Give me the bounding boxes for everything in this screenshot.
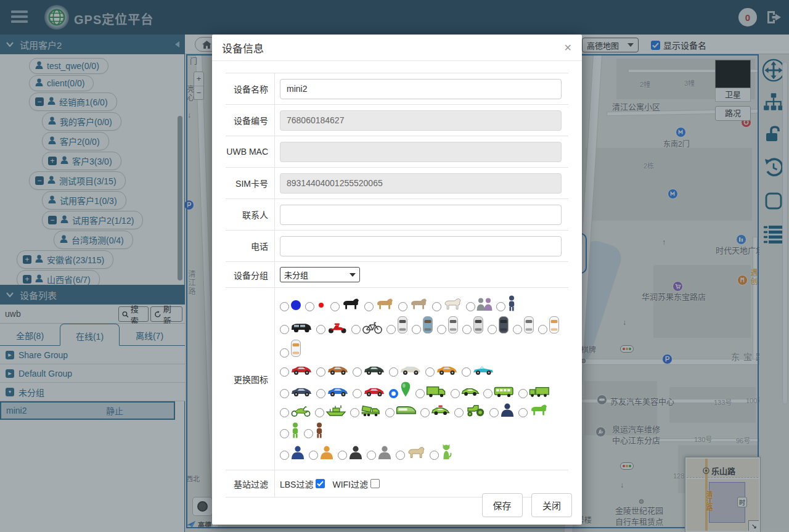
radio-checked-icon[interactable] [389, 389, 398, 398]
icon-option-cat[interactable] [430, 443, 453, 462]
radio-icon[interactable] [496, 302, 505, 311]
icon-option-quad[interactable] [396, 445, 427, 462]
save-button[interactable]: 保存 [482, 493, 523, 517]
icon-option-truck[interactable] [415, 383, 448, 401]
icon-option-car[interactable] [316, 362, 350, 379]
icon-option-bust[interactable] [280, 445, 306, 462]
radio-icon[interactable] [483, 389, 493, 398]
icon-option-kid[interactable] [280, 422, 301, 441]
radio-icon[interactable] [420, 408, 430, 417]
radio-icon[interactable] [280, 302, 289, 311]
icon-option-car[interactable] [389, 362, 422, 379]
icon-option-car[interactable] [280, 362, 313, 379]
icon-option-cartop[interactable] [412, 316, 434, 337]
radio-icon[interactable] [351, 325, 361, 334]
contact-field[interactable] [280, 205, 562, 225]
radio-icon[interactable] [412, 325, 421, 334]
radio-icon[interactable] [538, 325, 547, 334]
radio-icon[interactable] [518, 389, 528, 398]
icon-option-ball[interactable] [280, 299, 302, 314]
icon-option-bust[interactable] [367, 445, 393, 462]
radio-icon[interactable] [462, 367, 471, 377]
radio-icon[interactable] [454, 408, 464, 417]
radio-icon[interactable] [386, 325, 396, 334]
radio-icon[interactable] [488, 325, 497, 334]
radio-icon[interactable] [280, 451, 289, 460]
phone-field[interactable] [280, 236, 562, 256]
radio-icon[interactable] [280, 367, 289, 377]
radio-icon[interactable] [280, 389, 289, 398]
icon-option-bus[interactable] [483, 383, 515, 401]
icon-option-car[interactable] [353, 362, 386, 379]
radio-icon[interactable] [513, 325, 522, 334]
radio-icon[interactable] [466, 302, 475, 311]
radio-icon[interactable] [462, 325, 472, 334]
radio-icon[interactable] [316, 325, 325, 334]
icon-option-lorry[interactable] [518, 383, 550, 401]
icon-option-cartop[interactable] [437, 316, 459, 337]
icon-option-quad[interactable] [364, 297, 395, 314]
radio-icon[interactable] [425, 367, 435, 377]
icon-option-car[interactable] [280, 383, 313, 401]
icon-option-car[interactable] [353, 383, 386, 401]
radio-icon[interactable] [309, 451, 318, 460]
radio-icon[interactable] [350, 408, 359, 417]
icon-option-car[interactable] [316, 383, 350, 401]
icon-option-train[interactable] [385, 403, 417, 420]
radio-icon[interactable] [304, 429, 313, 438]
close-icon[interactable]: ✕ [564, 42, 572, 54]
icon-option-bust[interactable] [489, 403, 515, 420]
icon-option-pin[interactable] [389, 381, 412, 401]
icon-option-cartop[interactable] [513, 316, 535, 337]
close-button[interactable]: 关闭 [531, 493, 572, 517]
radio-icon[interactable] [353, 389, 362, 398]
radio-icon[interactable] [316, 389, 325, 398]
icon-option-pair[interactable] [466, 297, 493, 314]
icon-option-bust[interactable] [309, 445, 335, 462]
radio-icon[interactable] [364, 302, 374, 311]
radio-icon[interactable] [432, 302, 441, 311]
icon-option-kid[interactable] [304, 422, 325, 441]
icon-option-cab[interactable] [462, 362, 495, 379]
icon-option-suv[interactable] [280, 319, 313, 337]
icon-option-gcar[interactable] [451, 383, 480, 401]
radio-icon[interactable] [305, 302, 314, 311]
icon-option-tractor[interactable] [454, 403, 486, 420]
icon-option-kid[interactable] [496, 295, 517, 314]
device-name-field[interactable] [280, 79, 562, 99]
radio-icon[interactable] [437, 325, 446, 334]
radio-icon[interactable] [389, 367, 398, 377]
icon-option-bust[interactable] [338, 445, 364, 462]
icon-option-moto[interactable] [280, 403, 312, 420]
radio-icon[interactable] [489, 408, 499, 417]
icon-option-bike[interactable] [351, 319, 383, 337]
radio-icon[interactable] [315, 408, 324, 417]
radio-icon[interactable] [396, 451, 405, 460]
radio-icon[interactable] [430, 451, 439, 460]
icon-option-cartop[interactable] [488, 316, 510, 337]
radio-icon[interactable] [280, 325, 289, 334]
icon-option-boat[interactable] [315, 403, 347, 420]
radio-icon[interactable] [280, 408, 289, 417]
device-group-select[interactable]: 未分组 [280, 267, 360, 282]
icon-option-cartop[interactable] [538, 316, 560, 337]
icon-option-scooter[interactable] [316, 319, 348, 337]
icon-option-quad[interactable] [398, 297, 429, 314]
radio-icon[interactable] [330, 302, 340, 311]
icon-option-cartop[interactable] [462, 316, 484, 337]
icon-option-ball[interactable] [305, 299, 327, 314]
icon-option-car[interactable] [425, 362, 459, 379]
radio-icon[interactable] [280, 429, 289, 438]
radio-icon[interactable] [385, 408, 394, 417]
unchecked-checkbox-icon[interactable] [370, 479, 380, 488]
icon-option-mixer[interactable] [350, 403, 382, 420]
radio-icon[interactable] [338, 451, 347, 460]
icon-option-cartop[interactable] [386, 316, 409, 337]
icon-option-cartop[interactable] [280, 339, 302, 360]
radio-icon[interactable] [367, 451, 376, 460]
checked-checkbox-icon[interactable] [316, 479, 325, 488]
icon-option-quad[interactable] [330, 297, 361, 314]
icon-option-quad[interactable] [518, 403, 549, 420]
icon-option-taxi[interactable] [420, 403, 451, 420]
radio-icon[interactable] [316, 367, 325, 377]
